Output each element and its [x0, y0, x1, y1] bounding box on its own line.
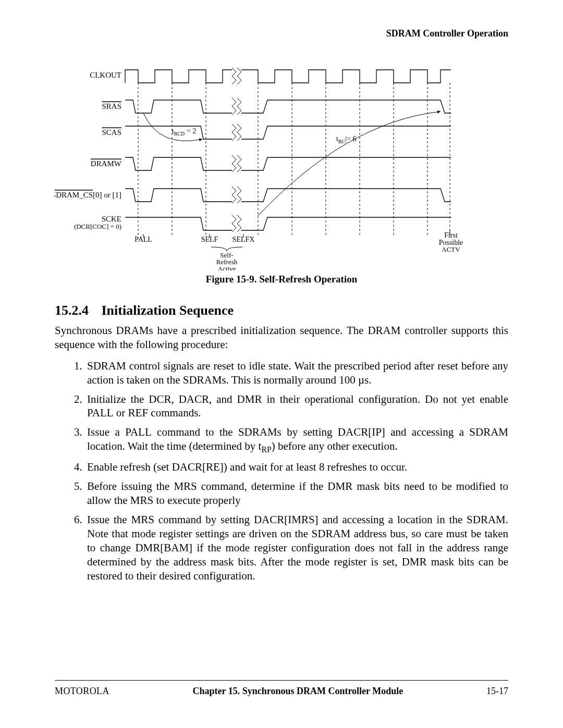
footer-left: MOTOROLA [55, 686, 109, 697]
section-number: 15.2.4 [55, 303, 89, 318]
label-sras: SRAS [102, 102, 121, 110]
footer-right: 15-17 [486, 686, 508, 697]
step-2: Initialize the DCR, DACR, and DMR in the… [85, 392, 508, 421]
footer-rule [55, 680, 508, 681]
figure-self-refresh: CLKOUT SRAS SCAS tRCD = 2 tRC| [55, 65, 508, 285]
step-4: Enable refresh (set DACR[RE]) and wait f… [85, 460, 508, 474]
label-scas: SCAS [102, 128, 121, 137]
page-footer: MOTOROLA Chapter 15. Synchronous DRAM Co… [55, 680, 508, 697]
section-intro: Synchronous DRAMs have a prescribed init… [55, 324, 508, 352]
step-3: Issue a PALL command to the SDRAMs by se… [85, 425, 508, 455]
section-title: Initialization Sequence [102, 303, 234, 318]
init-steps: SDRAM control signals are reset to idle … [55, 359, 508, 583]
running-header: SDRAM Controller Operation [386, 28, 508, 39]
step-1: SDRAM control signals are reset to idle … [85, 359, 508, 387]
step-6: Issue the MRS command by setting DACR[IM… [85, 513, 508, 583]
label-scke2: (DCR[COC] = 0) [74, 223, 121, 230]
label-sdramcs: SDRAM_CS[0] or [1] [55, 191, 121, 199]
section-heading: 15.2.4 Initialization Sequence [55, 303, 508, 318]
label-clkout: CLKOUT [90, 71, 121, 79]
timing-diagram: CLKOUT SRAS SCAS tRCD = 2 tRC| [55, 65, 508, 270]
figure-caption: Figure 15-9. Self-Refresh Operation [55, 274, 508, 285]
label-first3: ACTV [442, 245, 460, 253]
footer-center: Chapter 15. Synchronous DRAM Controller … [109, 686, 486, 697]
page: SDRAM Controller Operation [0, 0, 563, 728]
anno-trcd: tRCD = 2 [172, 127, 196, 137]
label-dramw: DRAMW [91, 159, 122, 168]
label-sra3: Active [218, 265, 236, 270]
step-5: Before issuing the MRS command, determin… [85, 479, 508, 508]
label-first1: First [444, 231, 458, 239]
